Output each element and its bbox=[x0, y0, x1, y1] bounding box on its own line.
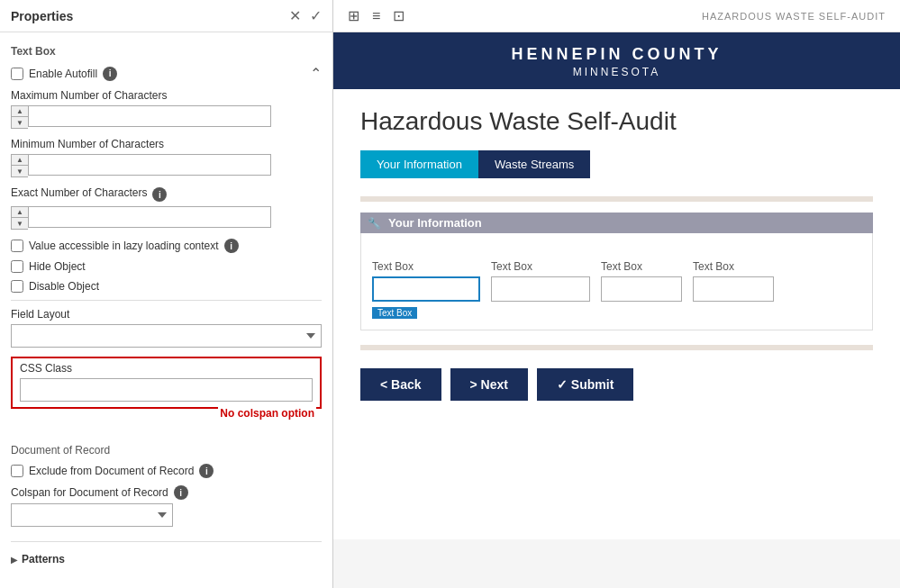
hennepin-title: HENNEPIN COUNTY bbox=[333, 45, 900, 64]
exclude-dor-label: Exclude from Document of Record bbox=[29, 465, 194, 477]
min-chars-spin-buttons: ▲ ▼ bbox=[11, 154, 28, 177]
textbox-input-4[interactable] bbox=[693, 276, 774, 302]
hennepin-subtitle: MINNESOTA bbox=[333, 66, 900, 78]
field-layout-select[interactable] bbox=[11, 324, 322, 348]
form-area: HENNEPIN COUNTY MINNESOTA Hazardous Wast… bbox=[333, 32, 900, 588]
colspan-dor-label: Colspan for Document of Record bbox=[11, 486, 168, 499]
tab-waste-streams[interactable]: Waste Streams bbox=[478, 150, 590, 178]
form-body: Hazardous Waste Self-Audit Your Informat… bbox=[333, 89, 900, 539]
settings-icon[interactable]: ≡ bbox=[372, 8, 380, 24]
lazy-loading-info-icon[interactable]: i bbox=[224, 239, 239, 253]
lazy-loading-row: Value accessible in lazy loading context… bbox=[11, 239, 322, 253]
exclude-dor-info-icon[interactable]: i bbox=[199, 464, 214, 478]
textbox-col-2: Text Box bbox=[491, 260, 590, 319]
scroll-indicator bbox=[360, 196, 873, 202]
callout-text: No colspan option bbox=[220, 407, 314, 420]
textbox-label-4: Text Box bbox=[693, 260, 774, 273]
exact-chars-info-icon[interactable]: i bbox=[152, 187, 167, 202]
exclude-dor-checkbox[interactable] bbox=[11, 465, 23, 477]
max-chars-spin-up[interactable]: ▲ bbox=[12, 106, 28, 117]
panel-header-icons: ✕ ✓ bbox=[289, 7, 322, 24]
css-class-label: CSS Class bbox=[20, 362, 72, 375]
panel-header: Properties ✕ ✓ bbox=[0, 0, 332, 32]
enable-autofill-info-icon[interactable]: i bbox=[103, 67, 117, 81]
top-bar-icons: ⊞ ≡ ⊡ bbox=[348, 7, 405, 24]
textbox-col-1: Text Box Text Box bbox=[372, 260, 480, 319]
bottom-buttons: < Back > Next ✓ Submit bbox=[360, 368, 873, 401]
doc-record-label: Document of Record bbox=[11, 444, 110, 457]
doc-record-section: Document of Record Exclude from Document… bbox=[11, 443, 322, 527]
min-chars-input-row: ▲ ▼ bbox=[11, 154, 322, 177]
colspan-dor-info-icon[interactable]: i bbox=[174, 485, 188, 500]
max-chars-input-row: ▲ ▼ bbox=[11, 105, 322, 129]
enable-autofill-checkbox[interactable] bbox=[11, 68, 23, 80]
panel-content: Text Box Enable Autofill i ⌃ Maximum Num… bbox=[0, 32, 332, 588]
textbox-row: Text Box Text Box Text Box Text Box bbox=[372, 260, 861, 319]
disable-object-checkbox[interactable] bbox=[11, 280, 23, 293]
wrench-icon: 🔧 bbox=[368, 217, 381, 230]
lazy-loading-checkbox[interactable] bbox=[11, 240, 23, 252]
max-chars-group: Maximum Number of Characters ▲ ▼ bbox=[11, 89, 322, 129]
lazy-loading-label: Value accessible in lazy loading context bbox=[29, 240, 219, 252]
exact-chars-spin-up[interactable]: ▲ bbox=[12, 207, 28, 218]
exact-chars-spin-buttons: ▲ ▼ bbox=[11, 206, 28, 230]
textbox-col-3: Text Box bbox=[601, 260, 682, 319]
textbox-input-1[interactable] bbox=[372, 276, 480, 302]
css-class-input[interactable] bbox=[20, 378, 313, 402]
colspan-dor-select[interactable] bbox=[11, 503, 173, 527]
your-info-section-title: Your Information bbox=[388, 216, 482, 230]
panel-title: Properties bbox=[11, 9, 73, 23]
disable-object-row: Disable Object bbox=[11, 280, 322, 293]
right-panel: ⊞ ≡ ⊡ HAZARDOUS WASTE SELF-AUDIT HENNEPI… bbox=[333, 0, 900, 588]
max-chars-spin-down[interactable]: ▼ bbox=[12, 117, 28, 128]
form-tabs: Your Information Waste Streams bbox=[360, 150, 873, 178]
hide-object-row: Hide Object bbox=[11, 260, 322, 273]
exact-chars-input[interactable] bbox=[28, 206, 271, 228]
patterns-chevron-icon: ▶ bbox=[11, 555, 18, 565]
textbox-label-1: Text Box bbox=[372, 260, 480, 273]
hide-object-checkbox[interactable] bbox=[11, 260, 23, 273]
exact-chars-spin-down[interactable]: ▼ bbox=[12, 218, 28, 229]
layout-icon[interactable]: ⊞ bbox=[348, 7, 359, 24]
enable-autofill-row: Enable Autofill i ⌃ bbox=[11, 65, 322, 82]
callout-box: CSS Class No colspan option bbox=[11, 357, 322, 409]
disable-object-label: Disable Object bbox=[29, 280, 99, 293]
enable-autofill-label: Enable Autofill bbox=[29, 68, 97, 80]
textbox-input-2[interactable] bbox=[491, 276, 590, 302]
min-chars-spin-down[interactable]: ▼ bbox=[12, 166, 28, 176]
max-chars-label: Maximum Number of Characters bbox=[11, 89, 322, 102]
min-chars-input[interactable] bbox=[28, 154, 271, 176]
next-button[interactable]: > Next bbox=[450, 368, 528, 401]
callout-label-wrapper: No colspan option bbox=[218, 406, 316, 420]
textbox-input-3[interactable] bbox=[601, 276, 682, 302]
exact-chars-input-row: ▲ ▼ bbox=[11, 206, 322, 230]
top-bar: ⊞ ≡ ⊡ HAZARDOUS WASTE SELF-AUDIT bbox=[333, 0, 900, 32]
collapse-up-icon[interactable]: ⌃ bbox=[310, 65, 322, 82]
exact-chars-group: Exact Number of Characters i ▲ ▼ bbox=[11, 186, 322, 230]
max-chars-input[interactable] bbox=[28, 105, 271, 127]
exclude-dor-row: Exclude from Document of Record i bbox=[11, 464, 322, 478]
patterns-label: Patterns bbox=[22, 553, 65, 565]
textbox-col-4: Text Box bbox=[693, 260, 774, 319]
submit-button[interactable]: ✓ Submit bbox=[537, 368, 633, 401]
your-info-section: 🔧 Your Information Text Box Text Box Tex… bbox=[360, 213, 873, 330]
check-icon[interactable]: ✓ bbox=[310, 7, 322, 24]
min-chars-group: Minimum Number of Characters ▲ ▼ bbox=[11, 138, 322, 177]
patterns-row[interactable]: ▶ Patterns bbox=[11, 549, 322, 569]
tab-your-information[interactable]: Your Information bbox=[360, 150, 478, 178]
scroll-indicator-bottom bbox=[360, 345, 873, 350]
min-chars-spin-up[interactable]: ▲ bbox=[12, 155, 28, 166]
exact-chars-label: Exact Number of Characters bbox=[11, 186, 147, 199]
field-layout-label: Field Layout bbox=[11, 308, 322, 321]
textbox-label-3: Text Box bbox=[601, 260, 682, 273]
hide-object-label: Hide Object bbox=[29, 260, 86, 273]
your-info-label-bar: 🔧 Your Information bbox=[360, 213, 873, 233]
back-button[interactable]: < Back bbox=[360, 368, 441, 401]
form-main-title: Hazardous Waste Self-Audit bbox=[360, 107, 873, 136]
textbox-section-title: Text Box bbox=[11, 45, 322, 58]
textbox-label-2: Text Box bbox=[491, 260, 590, 273]
preview-icon[interactable]: ⊡ bbox=[393, 7, 405, 24]
css-class-header: CSS Class bbox=[20, 362, 313, 375]
close-icon[interactable]: ✕ bbox=[289, 7, 301, 24]
selected-indicator: Text Box bbox=[372, 307, 417, 319]
